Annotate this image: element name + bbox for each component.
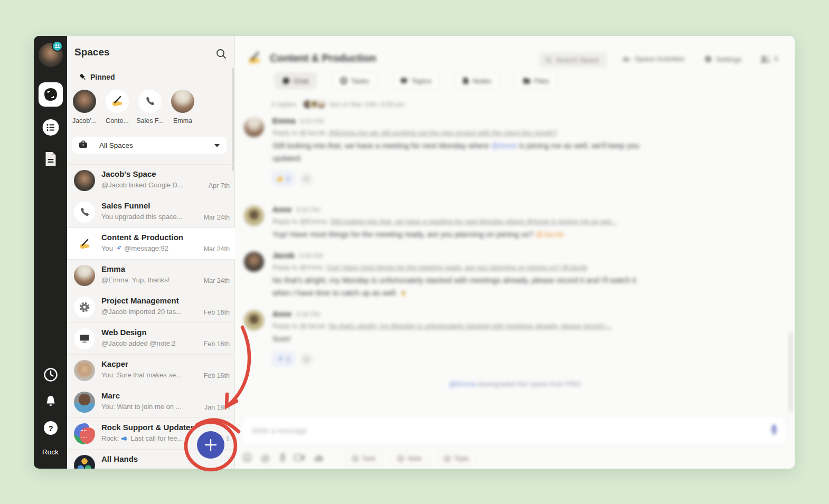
space-title: Rock Support & Updates [101,423,195,432]
tab-label: Notes [473,77,491,85]
tab-label: Files [534,77,550,85]
settings-button[interactable]: Settings [704,55,742,63]
space-row-content-production[interactable]: Content & Production You @message:92 Mar… [67,227,235,259]
add-reaction-button[interactable] [300,353,313,366]
documents-nav-button[interactable] [43,151,58,167]
space-date: Mar 24th [204,245,230,253]
search-space-label: Search Space [556,56,599,64]
space-row-jacobs-space[interactable]: Jacob's Space @Jacob linked Google D... … [67,164,235,196]
reaction-thumbs-up[interactable]: 2 [272,172,294,185]
message-time: 8:56 PM [296,311,320,318]
pinned-space-content[interactable]: Conte... [101,90,134,125]
space-title: Project Management [101,296,179,305]
message-time: 8:55 PM [299,252,323,260]
bell-icon[interactable] [43,394,58,409]
reply-quote[interactable]: Reply to @Anne: Yup! Have most things fo… [272,263,663,271]
space-date: Mar 24th [204,214,230,221]
tab-chat[interactable]: Chat [275,73,316,89]
pinned-space-jacob[interactable]: Jacob'... [68,90,101,125]
space-row-marc[interactable]: Marc You: Want to join me on ... Jan 18t… [67,386,235,417]
reply-quote[interactable]: Reply to @Jacob: No that's alright, my M… [272,322,663,330]
add-task-button[interactable]: Task [345,451,382,465]
message-text: Still looking into that, we have a meeti… [272,139,642,165]
app-window: ? Rock Spaces Pinned Jacob'... Conte... [34,36,795,469]
reaction-rocket[interactable]: 1 [272,353,294,366]
briefcase-icon [79,140,88,150]
space-subtitle: You: Sure that makes se... [101,371,182,379]
help-icon[interactable]: ? [44,421,58,435]
reply-quote[interactable]: Reply to @Jacob: @Emma Are we still push… [272,129,663,137]
tab-files[interactable]: Files [515,73,557,89]
message-text: Yup! Have most things for the meeting re… [272,228,642,241]
monitor-icon [74,328,95,349]
space-row-sales-funnel[interactable]: Sales Funnel You upgraded this space... … [67,196,235,227]
message-input[interactable] [252,426,770,435]
add-note-label: Note [408,455,421,462]
pin-icon [79,73,87,81]
mention-icon[interactable]: @ [261,453,270,464]
activity-icon [622,56,631,62]
attachment-icon[interactable] [279,452,285,464]
pinned-space-sales[interactable]: Sales F... [134,90,166,125]
message-author[interactable]: Emma [272,117,296,125]
microphone-icon[interactable] [770,424,778,437]
message-composer[interactable] [242,417,786,444]
message-author[interactable]: Anne [272,310,291,318]
message-author[interactable]: Jacob [272,251,295,260]
lists-nav-button[interactable] [42,119,59,136]
video-icon[interactable] [294,454,305,463]
space-date: Feb 16th [204,372,230,379]
pinned-space-label: Sales F... [136,117,163,125]
history-icon[interactable] [43,367,59,383]
chat-scrollbar[interactable] [789,332,793,412]
tab-topics[interactable]: Topics [393,73,439,89]
tab-tasks[interactable]: Tasks [333,73,377,89]
space-row-project-management[interactable]: Project Management @Jacob imported 20 ta… [67,291,235,322]
plus-circle-icon [352,455,359,462]
pinned-space-emma[interactable]: Emma [166,90,199,125]
space-avatar [74,170,95,191]
writing-hand-icon [74,233,95,254]
space-activities-button[interactable]: Space Activities [622,55,685,63]
space-date: Mar 24th [204,277,230,284]
search-space-button[interactable]: Search Space [540,52,607,68]
all-hands-icon [74,455,95,469]
pinned-space-label: Emma [173,117,192,125]
phone-icon [74,202,95,223]
avatar [244,310,264,330]
nav-rail: ? Rock [34,36,67,469]
rock-home-button[interactable] [39,82,63,107]
members-count: 5 [774,55,778,63]
add-topic-label: Topic [454,455,469,462]
message: Anne8:56 PM Reply to @Jacob: No that's a… [244,309,772,366]
gear-icon [704,55,712,63]
mention-emma[interactable]: @Emma [449,380,476,388]
reply-quote[interactable]: Reply to @Emma: Still looking into that,… [272,217,663,225]
mention-jacob[interactable]: @Jacob [535,230,563,239]
space-title: Web Design [101,328,147,337]
mention-anne[interactable]: @Anne [491,141,517,150]
message-author[interactable]: Anne [272,205,291,214]
add-space-button[interactable] [197,431,224,459]
space-title: Sales Funnel [101,201,150,210]
add-note-button[interactable]: Note [391,451,428,465]
thread-replies-row[interactable]: 4 replies last on Mar 24th, 8:58 pm [271,99,404,109]
avatar [171,90,194,113]
space-row-emma[interactable]: Emma @Emma: Yup, thanks! Mar 24th [67,259,235,291]
avatar [244,252,264,272]
space-row-web-design[interactable]: Web Design @Jacob added @note:2 Feb 16th [67,322,235,354]
poll-icon[interactable] [314,453,323,464]
add-reaction-button[interactable] [300,173,313,185]
members-button[interactable]: 5 [760,55,778,63]
space-date: Jan 18th [204,404,230,411]
spaces-panel: Spaces Pinned Jacob'... Conte... [67,36,235,469]
tab-notes[interactable]: Notes [455,73,498,89]
all-spaces-selector[interactable]: All Spaces [72,137,227,154]
space-row-kacper[interactable]: Kacper You: Sure that makes se... Feb 16… [67,354,235,386]
emoji-icon[interactable] [242,453,252,464]
add-topic-button[interactable]: Topic [437,451,476,465]
space-subtitle: You @message:92 [101,244,168,252]
search-icon[interactable] [215,48,227,60]
space-subtitle: @Jacob imported 20 tas... [101,308,182,316]
spaces-scrollbar[interactable] [232,68,234,171]
